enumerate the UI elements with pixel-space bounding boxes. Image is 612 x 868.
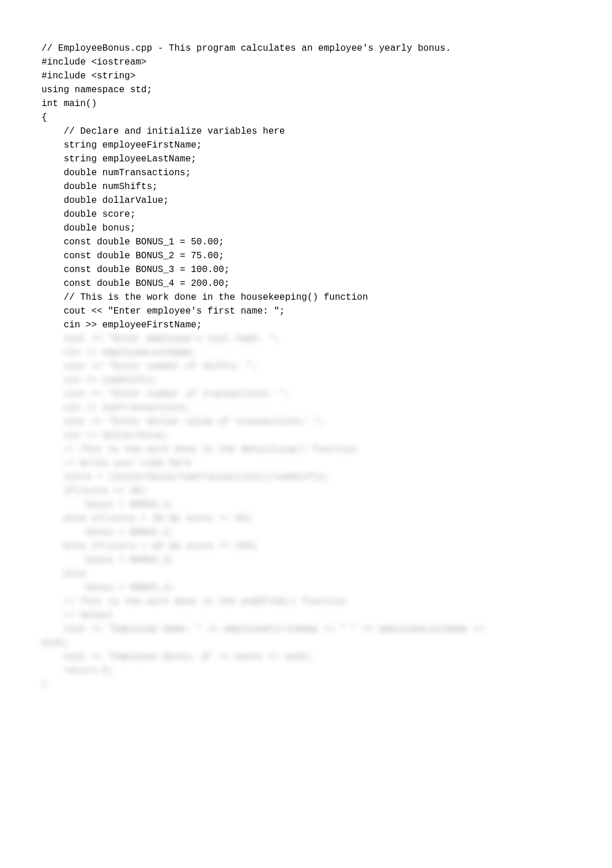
code-line: // EmployeeBonus.cpp - This program calc… bbox=[41, 41, 581, 55]
obscured-line: bonus = BONUS_4; bbox=[41, 581, 581, 595]
code-line: using namespace std; bbox=[41, 83, 581, 97]
code-line: int main() bbox=[41, 97, 581, 111]
code-line: double dollarValue; bbox=[41, 194, 581, 207]
code-line: double numTransactions; bbox=[41, 166, 581, 180]
code-block-visible: // EmployeeBonus.cpp - This program calc… bbox=[41, 41, 581, 332]
code-line: #include <iostream> bbox=[41, 55, 581, 69]
obscured-line: cout << "Enter employee's last name: "; bbox=[41, 332, 581, 346]
obscured-line: if(score <= 30) bbox=[41, 484, 581, 498]
code-line: // Declare and initialize variables here bbox=[41, 124, 581, 138]
obscured-line: // This is the work done in the endOfJob… bbox=[41, 595, 581, 609]
code-line: const double BONUS_1 = 50.00; bbox=[41, 235, 581, 249]
obscured-line: else bbox=[41, 567, 581, 581]
obscured-line: cin >> numShifts; bbox=[41, 373, 581, 387]
code-line: string employeeLastName; bbox=[41, 152, 581, 166]
obscured-line: cout << "Enter number of shifts: "; bbox=[41, 360, 581, 373]
obscured-line: bonus = BONUS_2; bbox=[41, 526, 581, 539]
obscured-line: else if(score > 30 && score <= 69) bbox=[41, 512, 581, 526]
code-line: double score; bbox=[41, 207, 581, 221]
code-line: #include <string> bbox=[41, 69, 581, 83]
code-line: double bonus; bbox=[41, 221, 581, 235]
obscured-line: // Write your code here bbox=[41, 456, 581, 470]
code-line: const double BONUS_2 = 75.00; bbox=[41, 249, 581, 263]
code-block-obscured: cout << "Enter employee's last name: "; … bbox=[41, 332, 581, 692]
code-line: const double BONUS_4 = 200.00; bbox=[41, 277, 581, 290]
obscured-line: cin >> dollarValue; bbox=[41, 429, 581, 443]
code-line: cout << "Enter employee's first name: "; bbox=[41, 304, 581, 318]
obscured-line: cout << "Enter number of transactions: "… bbox=[41, 387, 581, 401]
code-line: const double BONUS_3 = 100.00; bbox=[41, 263, 581, 277]
code-line: cin >> employeeFirstName; bbox=[41, 318, 581, 332]
obscured-line: cout << "Employee Name: " << employeeFir… bbox=[41, 622, 581, 636]
code-line: double numShifts; bbox=[41, 180, 581, 194]
obscured-line: cout << "Employee Bonus: $" << bonus << … bbox=[41, 650, 581, 664]
obscured-line: else if(score > 69 && score <= 199) bbox=[41, 539, 581, 553]
obscured-line: cout << "Enter dollar value of transacti… bbox=[41, 415, 581, 429]
obscured-line: cin >> numTransactions; bbox=[41, 401, 581, 415]
obscured-line: cin >> employeeLastName; bbox=[41, 346, 581, 360]
obscured-line: // Output bbox=[41, 609, 581, 622]
obscured-line: score = (dollarValue/numTransactions)/nu… bbox=[41, 470, 581, 484]
obscured-line: return 0; bbox=[41, 664, 581, 678]
obscured-line: // This is the work done in the detailLo… bbox=[41, 443, 581, 456]
code-line: { bbox=[41, 111, 581, 124]
obscured-line: bonus = BONUS_3; bbox=[41, 553, 581, 567]
obscured-line: } bbox=[41, 678, 581, 692]
code-line: // This is the work done in the housekee… bbox=[41, 290, 581, 304]
obscured-line: endl; bbox=[41, 636, 581, 650]
code-line: string employeeFirstName; bbox=[41, 138, 581, 152]
document-page: // EmployeeBonus.cpp - This program calc… bbox=[0, 0, 612, 692]
obscured-line: bonus = BONUS_1; bbox=[41, 498, 581, 512]
